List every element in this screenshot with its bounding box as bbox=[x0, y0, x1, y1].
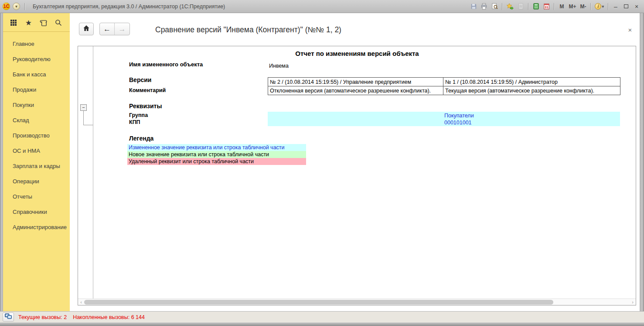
scrollbar-thumb[interactable] bbox=[84, 300, 553, 305]
legend-item-new: Новое значение реквизита или строка табл… bbox=[127, 151, 306, 158]
attribute-label-group: Группа bbox=[129, 112, 148, 118]
table-row: № 2 / (10.08.2014 15:19:55) / Управление… bbox=[268, 78, 620, 86]
caret-down-icon: ▾ bbox=[602, 4, 604, 9]
window-title: Бухгалтерия предприятия, редакция 3.0 / … bbox=[33, 3, 225, 10]
separator bbox=[608, 3, 608, 10]
menu-grid-icon[interactable] bbox=[9, 18, 18, 27]
attribute-value-group: Покупатели bbox=[444, 112, 474, 119]
save-icon bbox=[470, 3, 477, 10]
sidebar-item-spravochniki[interactable]: Справочники bbox=[3, 204, 70, 220]
back-button[interactable]: ← bbox=[100, 23, 115, 35]
history-nav-group: ← → bbox=[99, 23, 130, 35]
collapse-group-button[interactable]: − bbox=[80, 104, 87, 111]
versions-section-label: Версии bbox=[129, 76, 151, 83]
server-calls-button[interactable] bbox=[3, 312, 14, 322]
table-row: Отклоненная версия (автоматическое разре… bbox=[268, 86, 620, 95]
minimize-button[interactable]: – bbox=[611, 2, 620, 11]
favorites-button[interactable] bbox=[516, 2, 525, 11]
version-cell-left: № 2 / (10.08.2014 15:19:55) / Управление… bbox=[268, 78, 443, 86]
horizontal-scrollbar[interactable]: ‹ › bbox=[78, 299, 636, 305]
window-border-bottom bbox=[0, 323, 644, 326]
scroll-right-icon[interactable]: › bbox=[630, 299, 636, 305]
report-spreadsheet: − Отчет по изменениям версий объекта Имя… bbox=[78, 46, 636, 305]
maximize-icon bbox=[624, 4, 628, 8]
statusbar: Текущие вызовы: 2 Накопленные вызовы: 6 … bbox=[0, 311, 644, 323]
sidebar-item-proizvodstvo[interactable]: Производство bbox=[3, 128, 70, 143]
sidebar-item-operacii[interactable]: Операции bbox=[3, 174, 70, 189]
sidebar-item-bank-i-kassa[interactable]: Банк и касса bbox=[3, 67, 70, 82]
sidebar-item-administrirovanie[interactable]: Администрирование bbox=[3, 220, 70, 235]
sidebar-item-prodazhi[interactable]: Продажи bbox=[3, 82, 70, 97]
attribute-value-kpp: 000101001 bbox=[444, 119, 472, 126]
save-button[interactable] bbox=[469, 2, 478, 11]
info-button[interactable]: i ▾ bbox=[593, 2, 605, 11]
sections-list: Главное Руководителю Банк и касса Продаж… bbox=[3, 32, 70, 235]
separator bbox=[528, 3, 528, 10]
scrollbar-track[interactable] bbox=[84, 299, 630, 305]
attributes-section-label: Реквизиты bbox=[129, 103, 162, 110]
history-icon[interactable] bbox=[39, 18, 48, 27]
current-calls-text: Текущие вызовы: 2 bbox=[18, 314, 67, 320]
close-window-button[interactable]: × bbox=[632, 2, 641, 11]
home-button[interactable] bbox=[79, 23, 94, 35]
sidebar-item-pokupki[interactable]: Покупки bbox=[3, 97, 70, 113]
calendar-button[interactable]: 31 bbox=[542, 2, 551, 11]
print-preview-button[interactable] bbox=[490, 2, 499, 11]
calendar-icon: 31 bbox=[543, 3, 550, 10]
window-border-right bbox=[640, 13, 644, 311]
group-margin: − bbox=[78, 46, 93, 299]
search-icon[interactable] bbox=[54, 18, 63, 27]
sidebar-item-os-i-nma[interactable]: ОС и НМА bbox=[3, 143, 70, 158]
app-window: 1С ▾ Бухгалтерия предприятия, редакция 3… bbox=[0, 0, 644, 326]
version-cell-right: № 1 / (10.08.2014 15:19:55) / Администра… bbox=[443, 78, 620, 86]
separator bbox=[554, 3, 554, 10]
separator bbox=[590, 3, 591, 10]
window-border-left bbox=[0, 13, 3, 311]
calculator-button[interactable] bbox=[531, 2, 541, 11]
attribute-label-kpp: КПП bbox=[129, 119, 140, 125]
sidebar-item-otchety[interactable]: Отчеты bbox=[3, 189, 70, 204]
legend-item-deleted: Удаленный реквизит или строка табличной … bbox=[127, 158, 306, 165]
changed-values-band: Покупатели 000101001 bbox=[268, 112, 620, 126]
star-add-icon bbox=[506, 3, 514, 10]
versions-table: № 2 / (10.08.2014 15:19:55) / Управление… bbox=[268, 77, 620, 95]
system-menu-button[interactable]: ▾ bbox=[13, 3, 20, 10]
home-icon bbox=[83, 25, 90, 33]
forward-button[interactable]: → bbox=[115, 23, 129, 35]
printer-icon bbox=[480, 3, 487, 10]
sidebar-item-glavnoe[interactable]: Главное bbox=[3, 36, 70, 51]
app-logo-icon: 1С bbox=[3, 3, 10, 10]
comment-cell-left: Отклоненная версия (автоматическое разре… bbox=[268, 86, 443, 95]
close-form-button[interactable]: × bbox=[626, 25, 634, 34]
group-line bbox=[83, 111, 84, 125]
report-body: Отчет по изменениям версий объекта Имя и… bbox=[94, 46, 636, 299]
add-favorite-button[interactable] bbox=[505, 2, 515, 11]
separator bbox=[24, 3, 25, 10]
star-page-icon bbox=[518, 3, 524, 10]
svg-text:31: 31 bbox=[545, 5, 548, 9]
memory-minus-button[interactable]: M- bbox=[578, 2, 588, 11]
report-title: Отчет по изменениям версий объекта bbox=[94, 50, 620, 57]
sections-panel: ★ Главное Руководителю Банк и касса Прод… bbox=[3, 13, 70, 311]
sidebar-item-rukovoditelyu[interactable]: Руководителю bbox=[3, 51, 70, 67]
print-button[interactable] bbox=[479, 2, 489, 11]
sidebar-item-sklad[interactable]: Склад bbox=[3, 113, 70, 128]
object-name-value: Инвема bbox=[269, 63, 289, 69]
maximize-button[interactable] bbox=[621, 2, 631, 11]
favorites-star-icon[interactable]: ★ bbox=[24, 18, 33, 27]
accumulated-calls-text: Накопленные вызовы: 6 144 bbox=[73, 314, 145, 320]
caret-down-icon: ▾ bbox=[15, 4, 17, 9]
server-calls-icon bbox=[4, 313, 12, 321]
scroll-left-icon[interactable]: ‹ bbox=[78, 299, 84, 305]
comment-label: Комментарий bbox=[129, 87, 166, 93]
page-title: Сравнение версий "Инвема (Контрагент)" (… bbox=[155, 25, 341, 34]
group-line bbox=[83, 125, 93, 125]
comment-cell-right: Текущая версия (автоматическое разрешени… bbox=[443, 86, 620, 95]
legend-section-label: Легенда bbox=[129, 135, 153, 142]
memory-button[interactable]: M bbox=[557, 2, 566, 11]
calculator-icon bbox=[533, 3, 539, 10]
separator bbox=[502, 3, 502, 10]
sidebar-item-zarplata-i-kadry[interactable]: Зарплата и кадры bbox=[3, 158, 70, 174]
titlebar: 1С ▾ Бухгалтерия предприятия, редакция 3… bbox=[0, 0, 644, 13]
memory-plus-button[interactable]: M+ bbox=[567, 2, 577, 11]
